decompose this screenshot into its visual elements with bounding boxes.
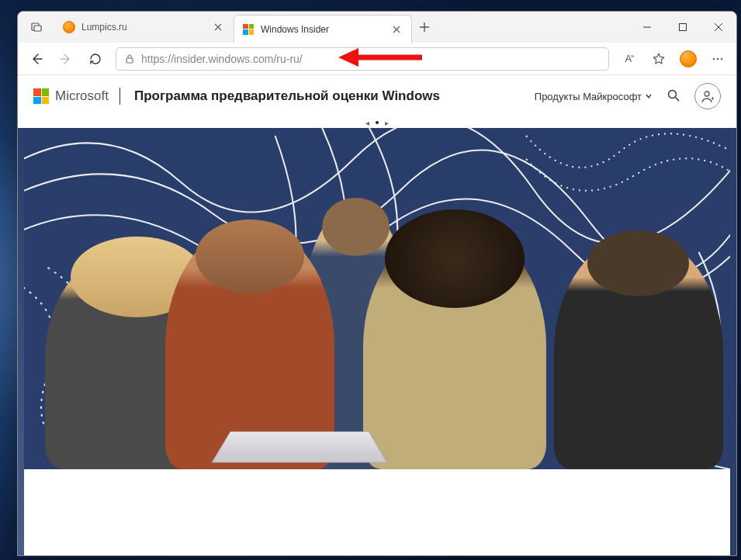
windows-favicon [242, 23, 255, 36]
refresh-button[interactable] [81, 47, 109, 71]
svg-point-6 [721, 57, 722, 59]
site-header: Microsoft Программа предварительной оцен… [18, 75, 736, 117]
close-icon [714, 22, 723, 32]
minimize-button[interactable] [629, 12, 665, 43]
address-text: https://insider.windows.com/ru-ru/ [141, 53, 601, 65]
svg-point-7 [669, 90, 677, 98]
maximize-icon [678, 22, 687, 32]
carousel-next-edge[interactable] [730, 128, 736, 555]
carousel-dot[interactable] [376, 121, 379, 124]
favorite-button[interactable] [645, 47, 673, 71]
titlebar: Lumpics.ru Windows Insider [18, 12, 736, 43]
star-icon [652, 52, 666, 66]
back-button[interactable] [23, 47, 50, 71]
microsoft-logo-icon [33, 88, 49, 104]
new-tab-button[interactable] [412, 12, 437, 43]
search-icon [667, 88, 680, 102]
carousel-next[interactable]: ▸ [385, 119, 389, 127]
microsoft-logo-text: Microsoft [55, 88, 109, 104]
window-close-button[interactable] [701, 12, 736, 43]
chevron-down-icon [645, 92, 653, 100]
products-dropdown[interactable]: Продукты Майкрософт [535, 91, 653, 102]
close-icon [214, 23, 222, 31]
extension-button[interactable] [674, 47, 702, 71]
products-label: Продукты Майкрософт [535, 91, 642, 102]
divider [119, 88, 120, 105]
person-add-icon [700, 88, 715, 104]
tab-lumpics[interactable]: Lumpics.ru [55, 12, 234, 43]
lock-icon [124, 54, 135, 64]
hero-image [24, 128, 730, 469]
tab-close-button[interactable] [390, 22, 403, 36]
svg-rect-3 [126, 58, 133, 63]
svg-point-4 [713, 57, 715, 59]
sign-in-button[interactable] [694, 83, 721, 109]
more-icon [711, 52, 725, 66]
carousel-prev-edge[interactable] [18, 128, 24, 555]
plus-icon [419, 22, 430, 33]
tab-close-button[interactable] [211, 20, 225, 34]
maximize-button[interactable] [665, 12, 701, 43]
browser-window: Lumpics.ru Windows Insider [17, 11, 737, 556]
minimize-icon [642, 22, 652, 32]
svg-rect-2 [680, 24, 687, 31]
hero-people [24, 203, 730, 469]
extension-icon [680, 50, 697, 67]
site-search-button[interactable] [667, 88, 680, 105]
svg-rect-1 [34, 26, 41, 31]
tab-title: Lumpics.ru [81, 22, 205, 33]
read-aloud-button[interactable]: A» [615, 47, 643, 71]
toolbar: https://insider.windows.com/ru-ru/ A» [18, 43, 736, 75]
read-aloud-icon: A» [625, 53, 633, 64]
window-controls [629, 12, 736, 43]
lumpics-favicon [63, 21, 75, 33]
arrow-right-icon [59, 52, 73, 66]
settings-menu-button[interactable] [704, 47, 732, 71]
tab-windows-insider[interactable]: Windows Insider [234, 15, 412, 43]
microsoft-logo[interactable]: Microsoft [33, 88, 109, 104]
close-icon [393, 26, 400, 33]
svg-point-5 [717, 57, 718, 59]
carousel-nav: ◂ ▸ [18, 117, 736, 128]
refresh-icon [88, 52, 102, 66]
arrow-left-icon [29, 52, 43, 66]
tab-actions-icon [31, 22, 42, 33]
hero-section: Объявляем о нашем партнерстве с программ… [18, 128, 736, 555]
tab-title: Windows Insider [261, 24, 383, 35]
tab-actions-button[interactable] [18, 12, 55, 43]
svg-point-8 [705, 92, 709, 96]
program-title[interactable]: Программа предварительной оценки Windows [134, 88, 440, 104]
address-bar[interactable]: https://insider.windows.com/ru-ru/ [116, 47, 609, 71]
forward-button[interactable] [52, 47, 80, 71]
carousel-prev[interactable]: ◂ [365, 119, 369, 127]
